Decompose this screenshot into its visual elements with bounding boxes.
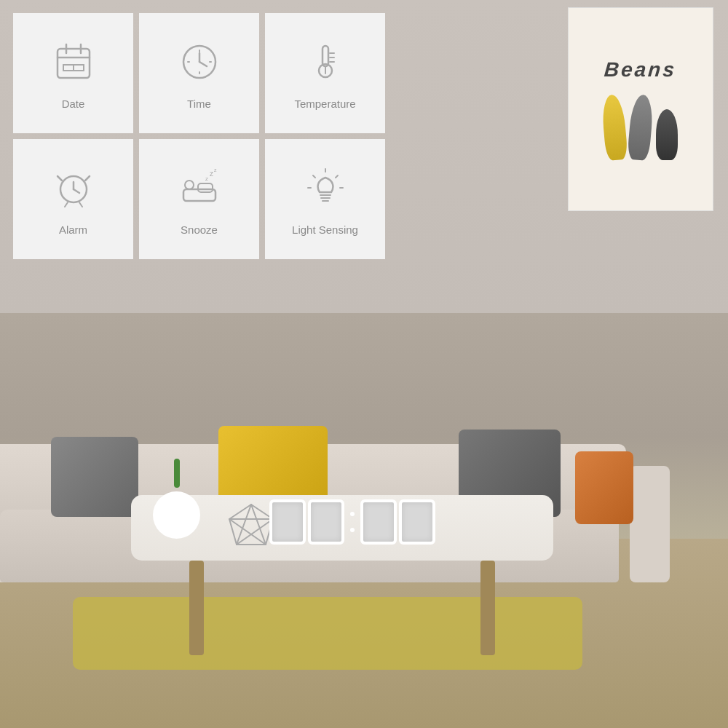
feature-card-time[interactable]: Time <box>139 13 259 133</box>
digit-1 <box>269 499 306 545</box>
svg-line-24 <box>74 189 79 193</box>
digital-clock <box>269 499 435 545</box>
feather-gray <box>627 94 654 161</box>
feature-label-time: Time <box>187 98 211 110</box>
feather-yellow <box>601 94 628 161</box>
feature-label-light-sensing: Light Sensing <box>292 223 358 236</box>
poster-title: Beans <box>604 58 678 82</box>
svg-text:z: z <box>210 170 213 178</box>
svg-line-41 <box>313 175 315 178</box>
clock-icon <box>174 36 225 87</box>
feature-card-light-sensing[interactable]: Light Sensing <box>265 139 385 259</box>
digit-3 <box>360 499 397 545</box>
snooze-icon: z z z <box>174 162 225 213</box>
svg-rect-0 <box>58 49 90 78</box>
svg-line-15 <box>199 62 207 66</box>
svg-rect-30 <box>198 183 213 192</box>
poster-feathers <box>604 95 678 160</box>
svg-line-25 <box>58 176 62 181</box>
feature-grid: Date Time <box>13 13 385 259</box>
svg-text:z: z <box>214 167 217 173</box>
svg-line-39 <box>336 175 338 178</box>
calendar-icon <box>48 36 99 87</box>
feature-card-date[interactable]: Date <box>13 13 133 133</box>
feature-label-alarm: Alarm <box>59 223 87 236</box>
svg-line-28 <box>79 202 82 207</box>
feature-label-snooze: Snooze <box>181 223 218 236</box>
pillow-orange <box>575 451 633 524</box>
svg-text:z: z <box>205 175 208 182</box>
svg-point-31 <box>185 181 194 189</box>
digit-2 <box>308 499 344 545</box>
svg-line-26 <box>85 176 90 181</box>
svg-rect-29 <box>183 189 215 201</box>
alarm-icon <box>48 162 99 213</box>
feather-dark <box>656 109 678 160</box>
sofa-arm-right <box>630 466 670 582</box>
thermometer-icon <box>300 36 351 87</box>
digit-4 <box>399 499 435 545</box>
wall-poster: Beans <box>568 7 713 211</box>
svg-line-44 <box>237 505 251 545</box>
feature-card-alarm[interactable]: Alarm <box>13 139 133 259</box>
table-leg-left <box>189 561 204 655</box>
feature-label-date: Date <box>62 98 85 110</box>
svg-line-27 <box>65 202 68 207</box>
feature-card-temperature[interactable]: Temperature <box>265 13 385 133</box>
feature-card-snooze[interactable]: z z z Snooze <box>139 139 259 259</box>
svg-line-45 <box>251 505 266 545</box>
colon-separator <box>347 499 358 545</box>
table-leg-right <box>480 561 495 655</box>
plant <box>153 459 200 539</box>
pillow-gray-left <box>51 437 138 517</box>
coffee-table <box>131 495 553 655</box>
light-bulb-icon <box>300 162 351 213</box>
feature-label-temperature: Temperature <box>294 98 355 110</box>
